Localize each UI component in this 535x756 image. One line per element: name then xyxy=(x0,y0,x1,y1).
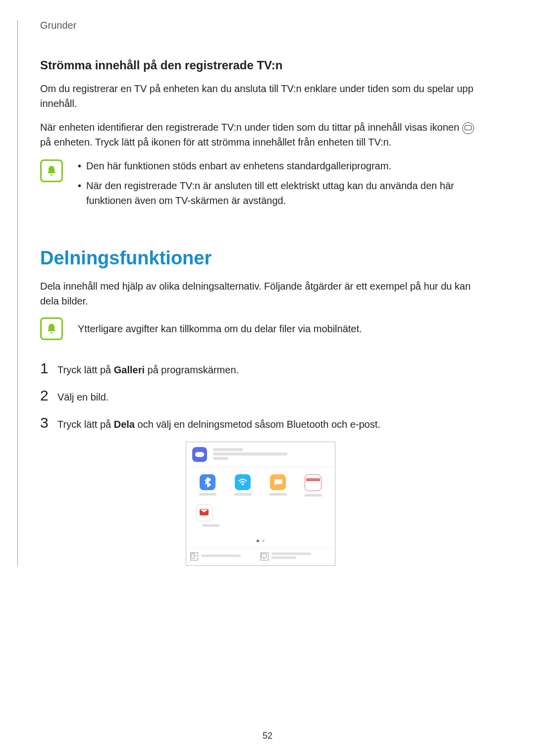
step-number: 3 xyxy=(40,414,57,431)
step-2: 2 Välj en bild. xyxy=(40,387,481,404)
device-icon xyxy=(190,553,198,560)
text-fragment: Tryck lätt på xyxy=(57,419,114,430)
transfer-files-option xyxy=(190,553,261,560)
bullet: • xyxy=(78,178,81,208)
bullet: • xyxy=(78,158,81,173)
tv-icon xyxy=(261,553,268,560)
text-fragment: på programskärmen. xyxy=(145,364,239,375)
text-fragment: När enheten identifierar den registrerad… xyxy=(40,122,462,133)
link-sharing-row xyxy=(186,442,335,467)
bluetooth-icon xyxy=(200,474,215,490)
step-number: 2 xyxy=(40,387,57,404)
cloud-icon xyxy=(192,447,207,462)
text-fragment: och välj en delningsmetod såsom Bluetoot… xyxy=(135,419,380,430)
calendar-icon xyxy=(305,474,321,491)
share-option-bluetooth xyxy=(193,474,222,497)
svg-rect-2 xyxy=(262,554,267,557)
note-block: • Den här funktionen stöds enbart av enh… xyxy=(40,158,481,213)
wifi-icon xyxy=(235,474,251,490)
note-text: Den här funktionen stöds enbart av enhet… xyxy=(86,158,391,173)
note-item: • När den registrerade TV:n är ansluten … xyxy=(78,178,481,208)
paragraph: När enheten identifierar den registrerad… xyxy=(40,120,481,150)
page-number: 52 xyxy=(0,731,535,741)
paragraph: Om du registrerar en TV på enheten kan d… xyxy=(40,81,481,111)
share-option-email xyxy=(196,504,226,527)
share-option-calendar xyxy=(298,474,328,497)
message-icon xyxy=(270,474,286,490)
text-fragment: på enheten. Tryck lätt på ikonen för att… xyxy=(40,137,391,148)
bell-icon xyxy=(40,159,63,182)
email-icon xyxy=(196,504,213,521)
breadcrumb: Grunder xyxy=(40,20,495,31)
smart-view-option xyxy=(261,553,331,560)
page-indicator xyxy=(186,534,335,548)
bold-text: Dela xyxy=(114,419,135,430)
step-number: 1 xyxy=(40,360,57,377)
cast-icon xyxy=(462,122,474,134)
share-option-messages xyxy=(263,474,293,497)
note-text: När den registrerade TV:n är ansluten ti… xyxy=(86,178,481,208)
note-block: Ytterligare avgifter kan tillkomma om du… xyxy=(40,317,481,340)
text-fragment: Välj en bild. xyxy=(57,392,108,403)
main-heading-sharing: Delningsfunktioner xyxy=(40,248,495,269)
note-item: • Den här funktionen stöds enbart av enh… xyxy=(78,158,481,173)
step-3: 3 Tryck lätt på Dela och välj en delning… xyxy=(40,414,481,432)
svg-point-0 xyxy=(242,484,244,486)
paragraph: Dela innehåll med hjälp av olika delning… xyxy=(40,279,481,308)
text-fragment: Tryck lätt på xyxy=(57,364,114,375)
section-heading-stream: Strömma innehåll på den registrerade TV:… xyxy=(40,58,495,72)
note-text: Ytterligare avgifter kan tillkomma om du… xyxy=(78,321,362,336)
bold-text: Galleri xyxy=(114,364,145,375)
share-dialog-screenshot xyxy=(186,442,335,566)
bell-icon xyxy=(40,317,63,340)
svg-rect-1 xyxy=(192,554,194,558)
step-1: 1 Tryck lätt på Galleri på programskärme… xyxy=(40,360,481,377)
share-option-wifi xyxy=(228,474,258,497)
